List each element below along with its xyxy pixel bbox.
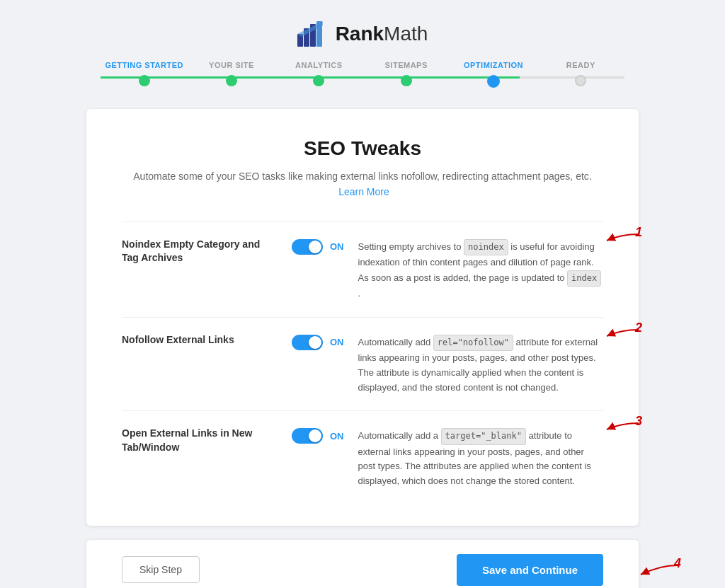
progress-bar-container: Getting Started Your Site Analytics Site… bbox=[86, 61, 639, 109]
page-title: SEO Tweaks bbox=[122, 137, 603, 160]
step-label-ready: Ready bbox=[566, 61, 595, 69]
step-ready: Ready bbox=[537, 61, 624, 86]
step-label-optimization: Optimization bbox=[464, 61, 523, 69]
step-label-your-site: Your Site bbox=[209, 61, 254, 69]
setting-noindex-empty: Noindex Empty Category and Tag Archives … bbox=[122, 221, 603, 317]
step-getting-started: Getting Started bbox=[101, 61, 188, 86]
setting-desc-noindex: Setting empty archives to noindex is use… bbox=[358, 238, 604, 301]
step-dot-getting-started bbox=[139, 75, 150, 86]
save-continue-button[interactable]: Save and Continue bbox=[457, 554, 603, 586]
main-card: SEO Tweaks Automate some of your SEO tas… bbox=[86, 109, 639, 526]
step-label-analytics: Analytics bbox=[295, 61, 342, 69]
setting-name-nofollow: Nofollow External Links bbox=[122, 333, 278, 347]
arrow-1-svg bbox=[600, 231, 642, 250]
step-dot-sitemaps bbox=[401, 75, 412, 86]
skip-step-button[interactable]: Skip Step bbox=[122, 556, 200, 583]
setting-name-open-external: Open External Links in New Tab/Window bbox=[122, 427, 278, 454]
step-label-getting-started: Getting Started bbox=[105, 61, 183, 69]
step-sitemaps: Sitemaps bbox=[362, 61, 450, 86]
annotation-3: 3 bbox=[600, 420, 642, 439]
step-dot-ready bbox=[575, 75, 586, 86]
setting-toggle-noindex[interactable]: ON bbox=[292, 238, 344, 255]
card-footer: Skip Step Save and Continue 4 bbox=[86, 540, 639, 588]
logo-text: RankMath bbox=[336, 23, 428, 45]
step-dot-optimization bbox=[487, 75, 500, 88]
setting-toggle-nofollow[interactable]: ON bbox=[292, 333, 344, 350]
arrow-3-svg bbox=[600, 420, 642, 439]
arrow-4-svg bbox=[635, 562, 681, 584]
step-label-sitemaps: Sitemaps bbox=[385, 61, 428, 69]
setting-toggle-open-external[interactable]: ON bbox=[292, 427, 344, 444]
setting-desc-open-external: Automatically add a target="_blank" attr… bbox=[358, 427, 604, 489]
toggle-open-external[interactable] bbox=[292, 428, 323, 444]
rankmath-logo-icon bbox=[297, 21, 329, 47]
step-analytics: Analytics bbox=[275, 61, 362, 86]
annotation-2: 2 bbox=[600, 326, 642, 346]
logo: RankMath bbox=[297, 21, 428, 47]
step-optimization: Optimization bbox=[450, 61, 537, 88]
progress-steps: Getting Started Your Site Analytics Site… bbox=[101, 61, 624, 88]
setting-desc-nofollow: Automatically add rel="nofollow" attribu… bbox=[358, 333, 604, 396]
step-dot-your-site bbox=[226, 75, 237, 86]
annotation-4: 4 bbox=[635, 562, 681, 584]
setting-nofollow-external: Nofollow External Links ON Automatically… bbox=[122, 317, 603, 411]
toggle-nofollow-external[interactable] bbox=[292, 335, 323, 350]
setting-open-external: Open External Links in New Tab/Window ON… bbox=[122, 410, 603, 505]
learn-more-link[interactable]: Learn More bbox=[338, 186, 389, 197]
toggle-noindex-empty[interactable] bbox=[292, 239, 323, 255]
header: RankMath bbox=[0, 0, 725, 61]
step-dot-analytics bbox=[313, 75, 324, 86]
page-subtitle: Automate some of your SEO tasks like mak… bbox=[122, 168, 603, 200]
arrow-2-svg bbox=[600, 326, 642, 346]
annotation-1: 1 bbox=[600, 231, 642, 250]
step-your-site: Your Site bbox=[188, 61, 275, 86]
setting-name-noindex: Noindex Empty Category and Tag Archives bbox=[122, 238, 278, 265]
